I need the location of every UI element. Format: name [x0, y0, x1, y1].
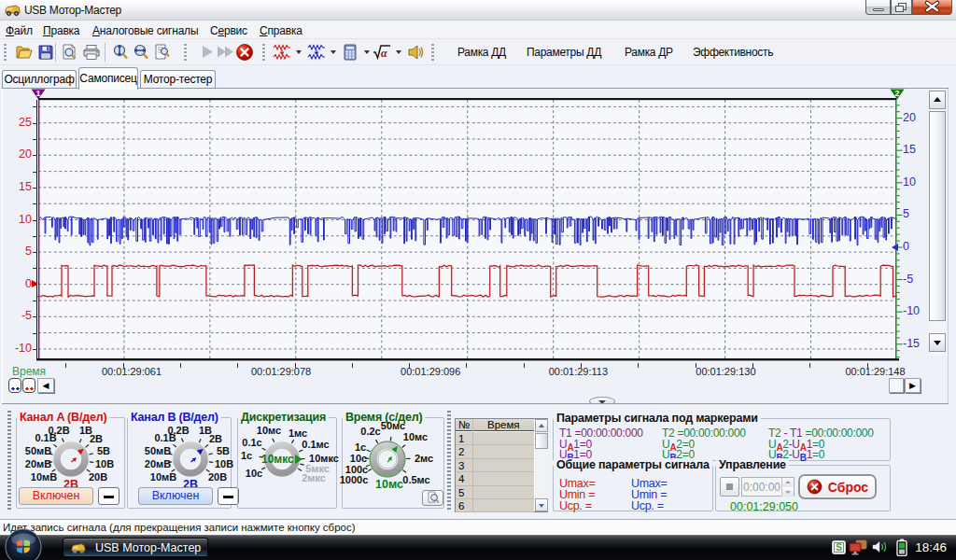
vscroll-thumb[interactable] [929, 111, 946, 321]
sampling-knob-option[interactable]: 0.1с [242, 437, 261, 448]
timebase-knob-option[interactable]: 50мс [381, 420, 405, 431]
calculator-dropdown-arrow[interactable] [364, 50, 370, 54]
channel-b-knob-option[interactable]: 10мВ [150, 471, 176, 483]
print-icon[interactable] [82, 43, 101, 62]
channel-a-legend-button[interactable] [22, 378, 35, 393]
spinner-down-button[interactable] [781, 487, 794, 497]
wave-blue-dropdown-arrow[interactable] [330, 50, 336, 54]
timer-stop-button[interactable] [720, 477, 739, 497]
minimize-button[interactable] [865, 0, 891, 15]
scale-page-icon[interactable] [152, 43, 171, 62]
chart-area[interactable]: 12 [36, 98, 899, 360]
toolbar-button-2[interactable]: Параметры ДД [527, 46, 601, 59]
s-app-icon[interactable]: S [832, 540, 846, 554]
channel-a-knob-option[interactable]: 10В [95, 458, 114, 469]
zoom-vertical-icon[interactable] [111, 43, 130, 62]
sampling-knob-option[interactable]: 10мс [257, 425, 281, 436]
channel-a-zero-marker[interactable] [32, 280, 38, 287]
channel-b-knob-option[interactable]: 5В [217, 445, 230, 456]
table-row[interactable]: 1 [456, 432, 534, 445]
scroll-right-button[interactable]: ▶ [905, 378, 921, 393]
calculator-icon[interactable] [341, 43, 359, 62]
channel-a-knob-option[interactable]: 2В [90, 433, 103, 444]
spinner-up-button[interactable] [781, 478, 794, 487]
oscilloscope-plot[interactable] [36, 98, 907, 371]
stop-icon[interactable] [235, 43, 254, 62]
table-row[interactable]: 4 [456, 472, 534, 485]
tab-3[interactable]: Мотор-тестер [140, 70, 216, 89]
restore-button[interactable] [891, 0, 912, 15]
channel-a-knob-option[interactable]: 10мВ [31, 471, 57, 483]
signal-table[interactable]: №Время123456 [455, 418, 548, 512]
wave-red-dropdown-arrow[interactable] [296, 50, 302, 54]
channel-b-knob-option[interactable]: 0.1В [154, 432, 176, 443]
marker-1[interactable]: 1 [31, 89, 46, 100]
play-icon[interactable] [198, 43, 217, 62]
hscroll-thumb[interactable] [889, 378, 904, 393]
tab-1[interactable]: Осциллограф [2, 70, 77, 89]
scroll-up-button[interactable] [929, 91, 946, 109]
sqrt-alpha-icon[interactable]: α [373, 43, 391, 62]
table-row[interactable]: 5 [456, 486, 534, 499]
channel-b-knob-option[interactable]: 20В [208, 471, 227, 483]
channel-a-knob-option[interactable]: 0.1В [35, 432, 56, 443]
channel-b-on-button[interactable]: Включен [138, 487, 213, 505]
channel-a-knob-option[interactable]: 20мВ [25, 458, 51, 469]
channel-b-knob-option[interactable]: 2В [209, 433, 222, 444]
table-scroll-up[interactable] [535, 419, 548, 432]
table-scroll-down[interactable] [535, 498, 548, 511]
vertical-scrollbar[interactable] [929, 91, 946, 356]
table-scrollbar[interactable] [535, 419, 548, 511]
sampling-knob-option[interactable]: 2мкс [302, 472, 326, 483]
wave-blue-icon[interactable] [307, 43, 326, 62]
menu-item-5[interactable]: Справка [260, 24, 302, 37]
fast-forward-icon[interactable] [216, 43, 234, 62]
menu-item-2[interactable]: Правка [43, 24, 79, 37]
sampling-knob-option[interactable]: 1мс [288, 427, 307, 439]
start-button[interactable] [3, 528, 46, 560]
channel-a-minus-button[interactable] [98, 487, 120, 505]
channel-a-knob-option[interactable]: 5В [97, 445, 110, 456]
timebase-knob-option[interactable]: 0.5мс [402, 474, 429, 485]
menu-item-1[interactable]: Файл [6, 24, 33, 37]
channel-a-knob-option[interactable]: 50мВ [25, 445, 51, 456]
open-icon[interactable] [15, 43, 34, 62]
timebase-knob-option[interactable]: 1с [355, 441, 366, 453]
menu-item-3[interactable]: Аналоговые сигналы [92, 24, 198, 37]
table-scroll-thumb[interactable] [535, 433, 548, 449]
timer-spinner[interactable]: 0:00:00 [741, 477, 794, 497]
toolbar-button-3[interactable]: Рамка ДР [625, 46, 673, 59]
timebase-knob-option[interactable]: 2мс [415, 453, 433, 464]
battery-icon[interactable] [896, 539, 907, 556]
scroll-left-button[interactable]: ◀ [37, 378, 54, 393]
save-icon[interactable] [36, 43, 55, 62]
channel-b-knob-option[interactable]: 10В [215, 458, 233, 469]
table-row[interactable]: 3 [456, 459, 534, 472]
timebase-knob-option[interactable]: 10мс [403, 431, 428, 442]
toolbar-button-4[interactable]: Эффективность [693, 46, 773, 59]
marker-2[interactable]: 2 [890, 89, 905, 100]
tab-2[interactable]: Самописец [78, 67, 138, 90]
table-row[interactable]: 2 [456, 445, 534, 458]
channel-a-knob-option[interactable]: 20В [89, 471, 107, 483]
network-monitors-icon[interactable] [849, 539, 867, 555]
channel-b-legend-button[interactable] [8, 378, 21, 393]
table-row[interactable]: 6 [456, 499, 534, 512]
print-preview-icon[interactable] [60, 43, 78, 62]
timebase-knob-option[interactable]: 10с [350, 453, 367, 464]
sampling-knob-option[interactable]: 1с [241, 450, 252, 461]
channel-b-minus-button[interactable] [218, 487, 239, 505]
reset-button[interactable]: Сброс [798, 474, 877, 499]
toolbar-button-1[interactable]: Рамка ДД [457, 46, 506, 59]
menu-item-4[interactable]: Сервис [210, 24, 247, 37]
close-button[interactable] [912, 0, 952, 15]
timebase-knob-option[interactable]: 1000с [340, 474, 369, 485]
wave-red-icon[interactable] [273, 43, 291, 62]
speaker-icon[interactable] [407, 43, 426, 62]
channel-b-knob-option[interactable]: 20мВ [145, 458, 171, 469]
channel-a-on-button[interactable]: Включен [19, 487, 93, 505]
timebase-zoom-button[interactable] [422, 490, 443, 506]
channel-b-zero-marker[interactable] [892, 244, 898, 251]
timebase-knob-option[interactable]: 0.2с [360, 426, 380, 437]
sampling-knob-option[interactable]: 0.1мс [302, 439, 329, 450]
